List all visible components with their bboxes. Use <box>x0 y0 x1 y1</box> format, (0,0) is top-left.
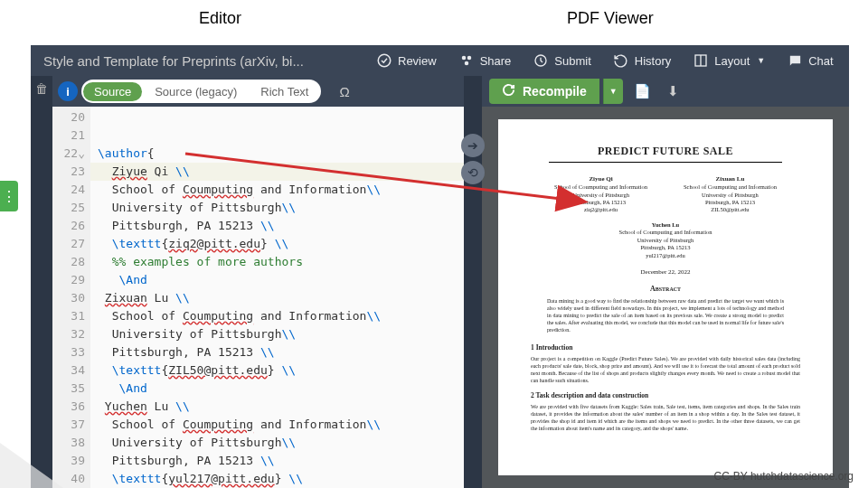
overleaf-app: Style and Template for Preprints (arXiv,… <box>31 45 849 452</box>
paper-title: PREDICT FUTURE SALE <box>549 145 782 163</box>
top-toolbar: Style and Template for Preprints (arXiv,… <box>31 45 849 76</box>
submit-button[interactable]: Submit <box>522 45 601 76</box>
line-gutter: 202122⌄232425262728293031323334353637383… <box>52 107 90 488</box>
author-block: Yuchen Lu School of Coumputing and Infor… <box>531 221 800 259</box>
recompile-dropdown[interactable]: ▼ <box>603 79 623 104</box>
source-tab[interactable]: Source <box>83 82 142 101</box>
corner-decoration <box>0 443 63 488</box>
svg-point-0 <box>378 54 391 67</box>
section-heading: 1 Introduction <box>531 343 800 352</box>
source-mode-switcher: Source Source (legacy) Rich Text <box>81 80 321 103</box>
editor-toolbar: i Source Source (legacy) Rich Text Ω <box>52 76 464 107</box>
info-icon[interactable]: i <box>58 81 78 101</box>
sync-left-icon[interactable]: ⟲ <box>461 161 485 184</box>
section-text: We are provided with five datasets from … <box>531 403 800 432</box>
attribution: CC-BY hutchdatascience.org <box>713 470 854 483</box>
chat-button[interactable]: Chat <box>776 45 844 76</box>
chat-icon <box>787 52 803 69</box>
symbol-button[interactable]: Ω <box>332 80 356 103</box>
source-legacy-tab[interactable]: Source (legacy) <box>144 82 248 101</box>
pdf-page: PREDICT FUTURE SALE Ziyue Qi School of C… <box>498 119 833 475</box>
pdf-viewer[interactable]: PREDICT FUTURE SALE Ziyue Qi School of C… <box>482 107 849 488</box>
section-heading: 2 Task description and data construction <box>531 391 800 399</box>
layout-icon <box>693 52 709 69</box>
share-icon <box>458 52 475 69</box>
paper-date: December 22, 2022 <box>531 268 800 276</box>
layout-button[interactable]: Layout ▼ <box>682 45 776 76</box>
recompile-icon <box>502 83 515 99</box>
history-button[interactable]: History <box>602 45 682 76</box>
submit-icon <box>533 52 549 69</box>
share-button[interactable]: Share <box>448 45 523 76</box>
svg-point-2 <box>467 56 471 61</box>
section-text: Our project is a competition on Kaggle (… <box>531 355 800 384</box>
download-icon[interactable]: ⬇ <box>663 80 684 102</box>
pdf-toolbar: Recompile ▼ 📄 ⬇ <box>482 76 849 107</box>
label-editor: Editor <box>199 9 241 28</box>
editor-pane: i Source Source (legacy) Rich Text Ω 202… <box>52 76 464 488</box>
side-handle[interactable]: ⋮ <box>0 181 18 211</box>
pdf-pane: Recompile ▼ 📄 ⬇ PREDICT FUTURE SALE Ziyu… <box>482 76 849 488</box>
trash-icon[interactable]: 🗑 <box>33 81 50 98</box>
abstract-heading: Abstract <box>531 285 800 293</box>
svg-point-1 <box>461 56 466 61</box>
logs-icon[interactable]: 📄 <box>632 80 654 102</box>
abstract-text: Data mining is a good way to find the re… <box>547 297 784 333</box>
author-block: Ziyue Qi School of Coumputing and Inform… <box>554 175 647 214</box>
rich-text-tab[interactable]: Rich Text <box>250 82 319 101</box>
history-icon <box>613 52 629 69</box>
code-editor[interactable]: 202122⌄232425262728293031323334353637383… <box>52 107 464 488</box>
chevron-down-icon: ▼ <box>757 56 765 65</box>
sync-right-icon[interactable]: ➔ <box>461 134 485 157</box>
svg-point-3 <box>464 61 468 66</box>
pane-divider[interactable]: ➔ ⟲ <box>464 76 482 488</box>
code-text[interactable]: \author{ Ziyue Qi \\ School of Coumputin… <box>90 107 464 488</box>
project-title: Style and Template for Preprints (arXiv,… <box>31 53 365 69</box>
review-button[interactable]: Review <box>365 45 448 76</box>
author-block: Zixuan Lu School of Coumputing and Infor… <box>684 175 777 214</box>
recompile-button[interactable]: Recompile <box>489 79 599 104</box>
label-pdf: PDF Viewer <box>567 9 654 28</box>
left-rail: 🗑 <box>31 76 52 488</box>
review-icon <box>376 52 392 69</box>
